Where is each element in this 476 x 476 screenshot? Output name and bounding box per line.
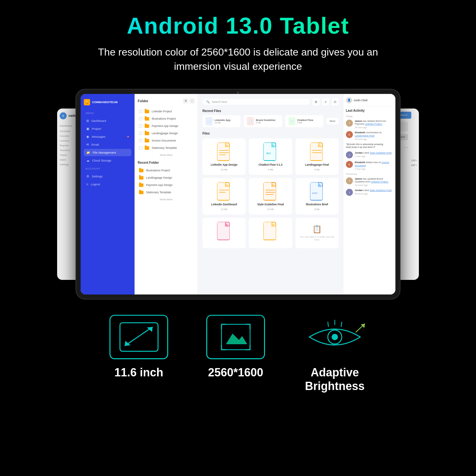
tablet-frame: 🏆 COMMANDOTEAM MENU ⊞ Dashboard ▣ Projec…	[76, 89, 400, 299]
toolbar-btn-list[interactable]: ≡	[322, 98, 329, 105]
activity-today-label: Today	[346, 115, 393, 118]
folder-icon	[139, 169, 143, 172]
panel-icon-add[interactable]: ⊕	[183, 98, 188, 103]
email-icon: ✉	[86, 143, 89, 146]
show-more-recent[interactable]: Show More	[138, 198, 195, 201]
sidebar-item-messages[interactable]: ◉ Messages	[84, 133, 131, 140]
activity-text: Elizabeth commented on Landingpage Final	[355, 131, 393, 137]
folder-item-linkedin[interactable]: Linkedin Project	[138, 108, 195, 115]
recent-files-section: Recent Files 📄 Linkedin App 10 Mb 📄	[202, 109, 339, 127]
recent-file-icon: 📄	[206, 117, 213, 125]
file-card-name: Linkedin Dashboard	[211, 203, 237, 206]
file-card-icon	[262, 182, 278, 201]
messages-icon: ◉	[86, 135, 89, 138]
activity-text: James has updated Brand Guideline from L…	[355, 177, 393, 184]
folder-item-illustrations[interactable]: Illustrations Project	[138, 115, 195, 122]
file-card-chatbot[interactable]: doc Chatbot Flow V.1.2 3 Mb	[249, 138, 292, 175]
recent-folder-landing[interactable]: Landingpage Design	[138, 174, 195, 182]
files-section-title: Files	[202, 132, 339, 135]
recent-file-size: 5 Mb	[256, 122, 275, 124]
folder-checkbox[interactable]	[139, 146, 142, 149]
folder-item-landing[interactable]: Landingpage Design	[138, 130, 195, 137]
file-card-size: 12 Mb	[221, 208, 228, 211]
activity-title: Last Activity	[346, 109, 393, 112]
folder-checkbox[interactable]	[139, 132, 142, 135]
activity-avatar: E	[346, 131, 353, 138]
svg-marker-41	[226, 334, 247, 344]
search-bar[interactable]: 🔍 Search here	[202, 99, 310, 105]
folder-checkbox[interactable]	[139, 117, 142, 120]
activity-time: 36 hours ago	[355, 193, 392, 195]
sidebar-item-dashboard[interactable]: ⊞ Dashboard	[84, 117, 131, 124]
recent-folder-stationary[interactable]: Stationary Template	[138, 189, 195, 196]
recent-files-grid: 📄 Linkedin App 10 Mb 📄 Brand Guideline 5…	[202, 115, 339, 127]
file-card-extra2[interactable]	[249, 218, 292, 248]
folder-checkbox[interactable]	[139, 124, 142, 128]
user-name: Justin Clark	[354, 99, 367, 102]
features-section: 11.6 inch 2560*1600	[0, 315, 476, 393]
cloud-storage-icon: ☁	[86, 159, 89, 162]
file-card-landingpage[interactable]: Landingpage Final 5 Mb	[295, 138, 339, 175]
file-card-size: 10 Mb	[267, 208, 274, 211]
folder-checkbox[interactable]	[139, 139, 142, 142]
recent-folder-payment[interactable]: Payment App Design	[138, 182, 195, 189]
logo-text: COMMANDOTEAM	[92, 101, 118, 104]
folder-icon	[139, 191, 143, 194]
feature-label-resolution: 2560*1600	[208, 366, 263, 379]
file-card-size: 8 Mb	[314, 208, 320, 211]
folder-checkbox[interactable]	[139, 110, 142, 113]
sidebar-item-file-management[interactable]: 📁 File Management	[84, 149, 131, 156]
activity-text: "@Justin this is absolutely amazing dude…	[346, 143, 393, 149]
folder-icon	[145, 132, 149, 135]
sidebar-item-logout[interactable]: ⎋ Logout	[84, 181, 131, 188]
feature-label-brightness: Adaptive Brightness	[305, 366, 365, 393]
svg-text:doc: doc	[266, 152, 271, 155]
panel-icon-sort[interactable]: ⋮	[189, 98, 195, 103]
dashboard-icon: ⊞	[86, 119, 89, 122]
more-button[interactable]: More	[327, 118, 339, 124]
folder-icon	[139, 176, 143, 180]
recent-file-linkedin[interactable]: 📄 Linkedin App 10 Mb	[202, 115, 241, 127]
svg-line-37	[125, 327, 153, 346]
sidebar-item-email[interactable]: ✉ Email	[84, 141, 131, 148]
recent-folder-illustrations[interactable]: Illustrations Project	[138, 167, 195, 174]
files-topbar: 🔍 Search here ⊞ ≡ ⊡	[202, 98, 339, 105]
recent-file-brand[interactable]: 📄 Brand Guideline 5 Mb	[244, 115, 282, 127]
toolbar-btn-filter[interactable]: ⊞	[313, 98, 320, 105]
recent-folder-title: Recent Folder	[138, 161, 195, 164]
folder-item-stationary[interactable]: Stationary Template	[138, 144, 195, 152]
activity-avatar: J	[346, 177, 353, 184]
sidebar-logo: 🏆 COMMANDOTEAM	[84, 99, 131, 105]
recent-file-chatbot[interactable]: 📄 Chatbot Flow 5 Mb	[285, 115, 323, 127]
file-card-size: 5 Mb	[314, 168, 320, 171]
logout-icon: ⎋	[86, 182, 88, 186]
recent-file-size: 10 Mb	[215, 122, 230, 124]
svg-marker-38	[147, 327, 153, 332]
sidebar-item-cloud-storage[interactable]: ☁ Cloud Storage	[84, 157, 131, 164]
activity-item-jordan1: J Jordan Liked Style Guideline Final 1 h…	[346, 151, 393, 158]
file-card-linkedin-design[interactable]: Linkedin App Design 10 Mb	[202, 138, 246, 175]
folder-item-payment[interactable]: Payment App Design	[138, 122, 195, 130]
file-card-dashboard[interactable]: Linkedin Dashboard 12 Mb	[202, 178, 246, 215]
logo-icon: 🏆	[84, 99, 90, 105]
file-card-illustrations[interactable]: brief Illustrations Brief 8 Mb	[295, 178, 339, 215]
folder-item-invoice[interactable]: Invoice Documents	[138, 137, 195, 144]
activity-time: 32 hours ago	[355, 184, 393, 186]
show-more-folders[interactable]: Show More	[138, 154, 195, 156]
toolbar-btn-grid[interactable]: ⊡	[332, 98, 339, 105]
activity-time: 30 mins ago	[355, 126, 393, 129]
sidebar-item-project[interactable]: ▣ Project	[84, 125, 131, 132]
file-card-style[interactable]: Style Guideline Final 10 Mb	[249, 178, 292, 215]
svg-line-44	[328, 322, 328, 327]
activity-item-james2: J James has updated Brand Guideline from…	[346, 177, 393, 187]
file-card-name: Chatbot Flow V.1.2	[259, 163, 282, 166]
eye-icon	[303, 315, 367, 359]
user-avatar: 👤	[346, 97, 352, 103]
recent-files-title: Recent Files	[202, 109, 339, 113]
page-header: Android 13.0 Tablet The resolution color…	[0, 0, 476, 80]
empty-state-icon: 📋	[312, 225, 322, 234]
file-card-extra1[interactable]	[202, 218, 246, 248]
activity-avatar: E	[346, 161, 353, 168]
recent-file-icon: 📄	[247, 117, 254, 125]
sidebar-item-settings[interactable]: ⚙ Settings	[84, 173, 131, 180]
